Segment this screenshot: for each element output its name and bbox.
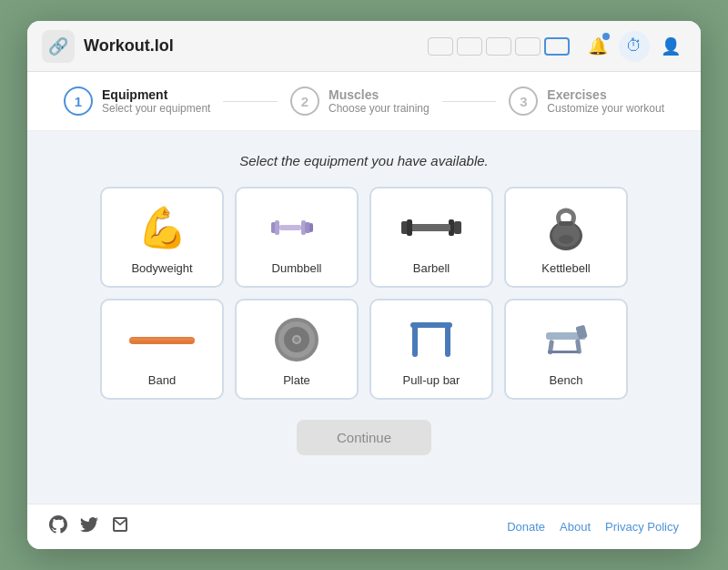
email-icon[interactable]: [111, 515, 129, 538]
equipment-card-pullupbar[interactable]: Pull-up bar: [369, 299, 493, 400]
steps-bar: 1 Equipment Select your equipment 2 Musc…: [27, 72, 701, 131]
timer-icon: ⏱: [626, 36, 642, 56]
app-window: 🔗 Workout.lol 🔔 ⏱ 👤 1: [27, 21, 701, 549]
about-link[interactable]: About: [560, 520, 591, 534]
step-2-subtitle: Choose your training: [329, 102, 430, 115]
main-content: Select the equipment you have available.…: [27, 131, 701, 504]
donate-link[interactable]: Donate: [507, 520, 545, 534]
step-2-title: Muscles: [329, 87, 430, 102]
step-3-subtitle: Customize your workout: [547, 102, 664, 115]
svg-rect-5: [309, 223, 313, 232]
svg-rect-25: [410, 322, 452, 328]
step-1-number: 1: [64, 87, 93, 116]
titlebar-controls: 🔔 ⏱ 👤: [428, 31, 686, 62]
dumbbell-icon: [268, 203, 326, 252]
plate-label: Plate: [283, 373, 310, 387]
kettlebell-icon: [541, 203, 591, 252]
footer-links: Donate About Privacy Policy: [507, 520, 679, 534]
plate-icon: [272, 315, 321, 364]
barbell-label: Barbell: [413, 261, 450, 275]
step-divider-2: [442, 101, 497, 102]
github-icon[interactable]: [49, 515, 67, 538]
step-1-title: Equipment: [102, 87, 210, 102]
step-2-info: Muscles Choose your training: [329, 87, 430, 115]
bench-icon: [537, 315, 595, 364]
step-1-subtitle: Select your equipment: [102, 102, 210, 115]
window-btn-2[interactable]: [457, 37, 482, 56]
step-3-number: 3: [509, 87, 538, 116]
section-title: Select the equipment you have available.: [239, 153, 489, 168]
svg-rect-30: [548, 351, 579, 353]
bench-label: Bench: [550, 373, 583, 387]
svg-point-15: [559, 235, 573, 244]
equipment-card-kettlebell[interactable]: Kettlebell: [504, 187, 628, 288]
equipment-card-barbell[interactable]: Barbell: [369, 187, 493, 288]
bodyweight-label: Bodyweight: [131, 261, 192, 275]
svg-rect-11: [412, 224, 450, 231]
dumbbell-label: Dumbbell: [272, 261, 322, 275]
step-3: 3 Exercises Customize your workout: [509, 87, 664, 116]
profile-button[interactable]: 👤: [655, 31, 686, 62]
app-logo: 🔗: [42, 30, 75, 63]
svg-rect-1: [275, 220, 279, 235]
privacy-link[interactable]: Privacy Policy: [605, 520, 679, 534]
user-icon: 👤: [661, 36, 681, 56]
svg-rect-17: [129, 338, 195, 341]
svg-point-22: [294, 337, 299, 342]
window-btn-5[interactable]: [544, 37, 570, 56]
equipment-card-bench[interactable]: Bench: [504, 299, 628, 400]
equipment-grid: 💪 Bodyweight Dumbbell: [100, 187, 628, 400]
timer-button[interactable]: ⏱: [619, 31, 650, 62]
svg-rect-8: [407, 219, 412, 236]
window-btn-1[interactable]: [428, 37, 453, 56]
step-3-info: Exercises Customize your workout: [547, 87, 664, 115]
notification-button[interactable]: 🔔: [582, 31, 613, 62]
notification-dot: [602, 33, 610, 40]
pullup-icon: [407, 315, 456, 364]
window-btn-4[interactable]: [515, 37, 541, 56]
footer: Donate About Privacy Policy: [27, 504, 701, 549]
svg-rect-10: [454, 221, 461, 234]
window-btn-3[interactable]: [486, 37, 511, 56]
footer-icons: [49, 515, 129, 538]
step-2: 2 Muscles Choose your training: [290, 87, 430, 116]
pullupbar-label: Pull-up bar: [403, 373, 460, 387]
titlebar: 🔗 Workout.lol 🔔 ⏱ 👤: [27, 21, 701, 72]
step-3-title: Exercises: [547, 87, 664, 102]
equipment-card-dumbbell[interactable]: Dumbbell: [235, 187, 359, 288]
band-label: Band: [148, 373, 176, 387]
step-1-info: Equipment Select your equipment: [102, 87, 210, 115]
svg-rect-2: [279, 225, 301, 230]
app-title: Workout.lol: [84, 36, 428, 56]
continue-button[interactable]: Continue: [297, 420, 431, 455]
step-2-number: 2: [290, 87, 319, 116]
svg-rect-14: [559, 221, 573, 226]
equipment-card-plate[interactable]: Plate: [235, 299, 359, 400]
equipment-card-bodyweight[interactable]: 💪 Bodyweight: [100, 187, 224, 288]
equipment-card-band[interactable]: Band: [100, 299, 224, 400]
bodyweight-icon: 💪: [137, 203, 187, 252]
kettlebell-label: Kettlebell: [541, 261, 590, 275]
step-1: 1 Equipment Select your equipment: [64, 87, 210, 116]
twitter-icon[interactable]: [80, 515, 98, 538]
step-divider-1: [223, 101, 278, 102]
band-icon: [126, 315, 198, 364]
barbell-icon: [399, 203, 463, 252]
